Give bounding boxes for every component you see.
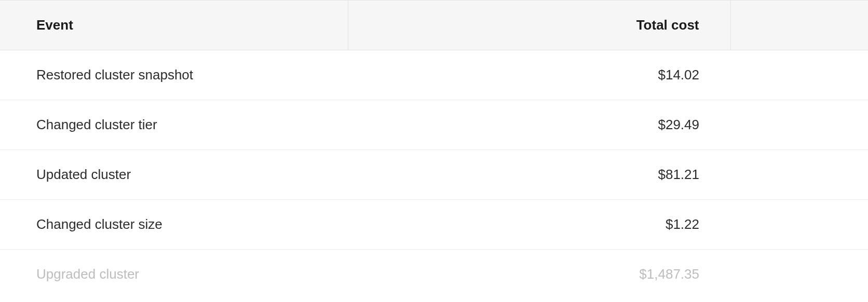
table-row[interactable]: Changed cluster size $1.22 [0,200,868,250]
table-row[interactable]: Restored cluster snapshot $14.02 [0,50,868,100]
cost-events-table: Event Total cost Restored cluster snapsh… [0,0,868,299]
event-cell: Updated cluster [0,150,348,200]
cost-cell: $14.02 [348,50,730,100]
cost-cell: $81.21 [348,150,730,200]
extra-cell [730,150,868,200]
event-cell: Restored cluster snapshot [0,50,348,100]
event-cell: Changed cluster tier [0,100,348,150]
event-cell: Changed cluster size [0,200,348,250]
extra-cell [730,100,868,150]
table-row[interactable]: Changed cluster tier $29.49 [0,100,868,150]
column-header-total-cost[interactable]: Total cost [348,1,730,50]
table-header-row: Event Total cost [0,1,868,50]
cost-cell: $1,487.35 [348,250,730,299]
table-row[interactable]: Upgraded cluster $1,487.35 [0,250,868,299]
column-header-extra [730,1,868,50]
cost-cell: $29.49 [348,100,730,150]
cost-cell: $1.22 [348,200,730,250]
event-cell: Upgraded cluster [0,250,348,299]
column-header-event[interactable]: Event [0,1,348,50]
table-row[interactable]: Updated cluster $81.21 [0,150,868,200]
extra-cell [730,50,868,100]
extra-cell [730,250,868,299]
extra-cell [730,200,868,250]
